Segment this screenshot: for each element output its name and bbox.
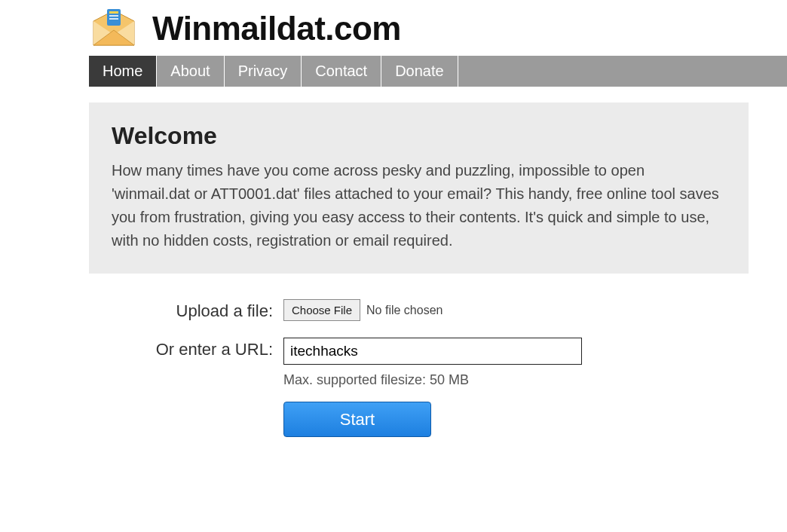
welcome-panel: Welcome How many times have you come acr…	[89, 102, 749, 274]
upload-form: Upload a file: Choose File No file chose…	[89, 299, 749, 437]
nav-about[interactable]: About	[157, 56, 224, 87]
navbar: Home About Privacy Contact Donate	[89, 56, 787, 87]
welcome-title: Welcome	[112, 122, 726, 150]
start-button[interactable]: Start	[283, 402, 431, 437]
svg-rect-5	[109, 15, 118, 17]
url-input[interactable]	[283, 338, 582, 365]
upload-file-label: Upload a file:	[89, 299, 283, 321]
svg-rect-4	[109, 11, 118, 14]
choose-file-button[interactable]: Choose File	[283, 299, 360, 321]
nav-contact[interactable]: Contact	[302, 56, 381, 87]
nav-donate[interactable]: Donate	[381, 56, 458, 87]
nav-home[interactable]: Home	[89, 56, 157, 87]
filesize-note: Max. supported filesize: 50 MB	[283, 372, 749, 388]
svg-rect-6	[109, 18, 118, 20]
header: Winmaildat.com	[89, 0, 787, 56]
envelope-logo-icon	[89, 8, 139, 50]
file-status-text: No file chosen	[366, 304, 442, 317]
nav-privacy[interactable]: Privacy	[225, 56, 302, 87]
site-title: Winmaildat.com	[152, 10, 401, 47]
url-label: Or enter a URL:	[89, 338, 283, 359]
welcome-body: How many times have you come across pesk…	[112, 159, 726, 252]
